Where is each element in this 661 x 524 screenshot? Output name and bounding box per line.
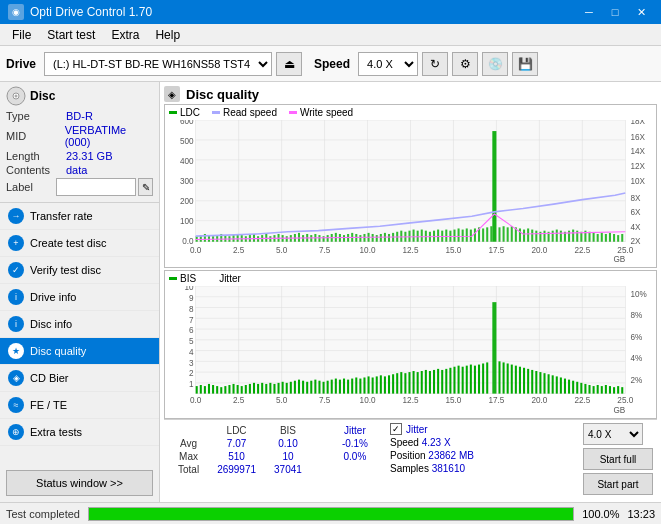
svg-rect-125 [519, 228, 521, 241]
nav-transfer-rate[interactable]: → Transfer rate [0, 203, 159, 230]
status-text: Test completed [6, 508, 80, 520]
svg-rect-247 [400, 372, 402, 394]
svg-text:3: 3 [189, 357, 194, 367]
svg-rect-145 [601, 233, 603, 242]
maximize-button[interactable]: □ [603, 2, 627, 22]
svg-rect-53 [224, 235, 226, 242]
close-button[interactable]: ✕ [629, 2, 653, 22]
disc-quality-icon: ★ [8, 343, 24, 359]
svg-rect-281 [543, 373, 545, 393]
svg-rect-96 [400, 231, 402, 242]
svg-rect-212 [257, 384, 259, 394]
svg-rect-282 [548, 374, 550, 393]
save-button[interactable]: 💾 [512, 52, 538, 76]
start-full-button[interactable]: Start full [583, 448, 653, 470]
type-value: BD-R [66, 110, 93, 122]
svg-rect-242 [380, 375, 382, 393]
svg-rect-109 [453, 230, 455, 242]
jitter-checkbox[interactable]: ✓ [390, 423, 402, 435]
start-part-button[interactable]: Start part [583, 473, 653, 495]
svg-rect-198 [200, 385, 202, 394]
mid-label: MID [6, 130, 65, 142]
jitter-checkbox-row[interactable]: ✓ Jitter [390, 423, 474, 435]
progress-percent: 100.0% [582, 508, 619, 520]
menu-extra[interactable]: Extra [103, 26, 147, 44]
svg-rect-231 [335, 378, 337, 393]
nav-extra-tests[interactable]: ⊕ Extra tests [0, 419, 159, 446]
svg-rect-261 [458, 365, 460, 393]
svg-rect-214 [265, 384, 267, 394]
disc-button[interactable]: 💿 [482, 52, 508, 76]
svg-text:2.5: 2.5 [233, 395, 245, 405]
svg-rect-211 [253, 383, 255, 394]
speed-dropdown[interactable]: 4.0 X [583, 423, 643, 445]
stats-table: LDC BIS Jitter Avg 7.07 0.10 -0.1% [168, 423, 378, 477]
progress-time: 13:23 [627, 508, 655, 520]
svg-text:18X: 18X [630, 120, 645, 127]
stats-col-bis: BIS [266, 425, 310, 436]
svg-rect-241 [376, 376, 378, 393]
svg-text:6X: 6X [630, 207, 640, 217]
contents-value: data [66, 164, 87, 176]
svg-text:10%: 10% [630, 288, 647, 298]
svg-rect-147 [609, 233, 611, 242]
label-input[interactable] [56, 178, 136, 196]
svg-rect-111 [462, 230, 464, 242]
menu-help[interactable]: Help [147, 26, 188, 44]
svg-rect-278 [531, 370, 533, 394]
stats-avg-bis: 0.10 [266, 438, 310, 449]
stats-col-ldc: LDC [209, 425, 264, 436]
svg-rect-297 [609, 386, 611, 394]
nav-verify-test-disc[interactable]: ✓ Verify test disc [0, 257, 159, 284]
menu-start-test[interactable]: Start test [39, 26, 103, 44]
svg-rect-199 [204, 386, 206, 394]
svg-text:20.0: 20.0 [531, 395, 547, 405]
svg-rect-206 [233, 384, 235, 394]
menu-file[interactable]: File [4, 26, 39, 44]
nav-fe-te[interactable]: ≈ FE / TE [0, 392, 159, 419]
nav-create-test-disc[interactable]: + Create test disc [0, 230, 159, 257]
svg-rect-276 [523, 368, 525, 394]
svg-rect-207 [237, 385, 239, 394]
svg-rect-246 [396, 373, 398, 393]
svg-rect-133 [552, 231, 554, 242]
svg-text:300: 300 [180, 176, 194, 186]
nav-disc-info[interactable]: i Disc info [0, 311, 159, 338]
svg-rect-275 [519, 367, 521, 394]
svg-text:16X: 16X [630, 132, 645, 142]
label-edit-button[interactable]: ✎ [138, 178, 153, 196]
speed-row: Speed 4.23 X [390, 437, 474, 448]
svg-rect-117 [486, 227, 488, 241]
drive-select[interactable]: (L:) HL-DT-ST BD-RE WH16NS58 TST4 [44, 52, 272, 76]
svg-rect-300 [621, 387, 623, 393]
svg-rect-86 [359, 235, 361, 242]
nav-transfer-rate-label: Transfer rate [30, 210, 93, 222]
nav-verify-test-disc-label: Verify test disc [30, 264, 101, 276]
svg-text:4X: 4X [630, 221, 640, 231]
svg-rect-291 [584, 384, 586, 394]
svg-text:GB: GB [614, 405, 626, 415]
eject-button[interactable]: ⏏ [276, 52, 302, 76]
svg-text:7.5: 7.5 [319, 244, 331, 254]
status-window-button[interactable]: Status window >> [6, 470, 153, 496]
speed-select[interactable]: 4.0 X [358, 52, 418, 76]
svg-rect-217 [278, 383, 280, 394]
svg-rect-202 [216, 386, 218, 394]
refresh-button[interactable]: ↻ [422, 52, 448, 76]
svg-rect-131 [543, 231, 545, 242]
minimize-button[interactable]: ─ [577, 2, 601, 22]
svg-text:7: 7 [189, 314, 194, 324]
svg-rect-287 [568, 379, 570, 393]
svg-rect-105 [437, 230, 439, 242]
svg-text:600: 600 [180, 120, 194, 127]
nav-cd-bier[interactable]: ◈ CD Bier [0, 365, 159, 392]
app-icon: ◉ [8, 4, 24, 20]
charts-area: LDC Read speed Write speed [164, 104, 657, 419]
settings-button[interactable]: ⚙ [452, 52, 478, 76]
stats-col-jitter: Jitter [334, 425, 376, 436]
nav-drive-info[interactable]: i Drive info [0, 284, 159, 311]
svg-rect-279 [535, 371, 537, 394]
nav-disc-quality[interactable]: ★ Disc quality [0, 338, 159, 365]
svg-rect-120 [498, 227, 500, 241]
nav-create-test-disc-label: Create test disc [30, 237, 106, 249]
